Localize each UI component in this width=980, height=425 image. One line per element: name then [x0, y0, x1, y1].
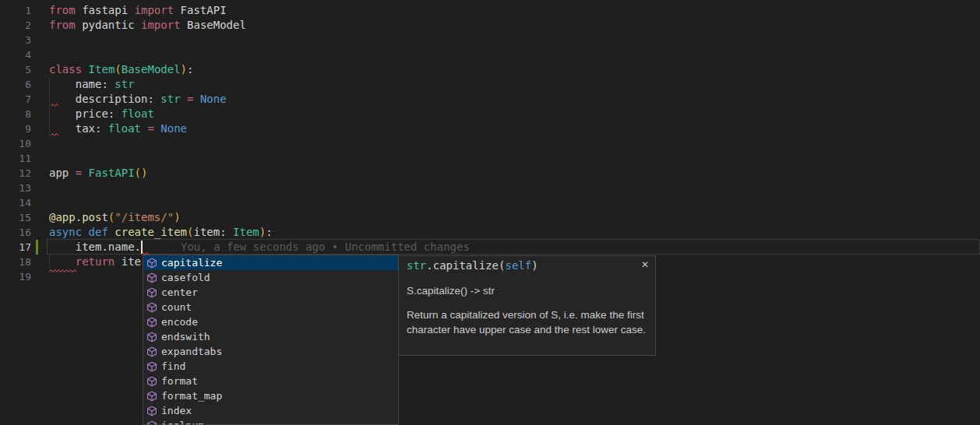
code-token: description: [49, 93, 160, 105]
method-icon [146, 302, 157, 313]
code-text [31, 137, 49, 149]
method-icon [146, 406, 157, 416]
code-token: name: [49, 78, 115, 90]
code-text [31, 48, 49, 61]
code-line[interactable]: 14 [0, 195, 980, 210]
suggestion-item[interactable]: format_map [143, 388, 398, 403]
line-number: 7 [0, 92, 31, 107]
suggestion-item[interactable]: endswith [143, 329, 398, 344]
code-token: return [76, 255, 115, 268]
code-line[interactable]: 3 [0, 33, 980, 47]
code-token: None [200, 93, 227, 105]
code-line[interactable]: 6 name: str [0, 77, 980, 92]
code-token: ( [115, 63, 121, 76]
code-token: "/items/" [115, 211, 174, 223]
code-line[interactable]: 13 [0, 181, 980, 195]
suggestion-label: format [161, 374, 198, 388]
suggestion-label: center [161, 285, 198, 300]
git-blame-annotation: You, a few seconds ago • Uncommitted cha… [181, 240, 470, 255]
code-text: from pydantic import BaseModel [31, 19, 246, 31]
method-icon [146, 346, 157, 357]
indent-guide [49, 255, 50, 269]
code-token: : [266, 226, 272, 238]
code-line[interactable]: 15@app.post("/items/") [0, 210, 980, 225]
line-number: 19 [0, 269, 31, 284]
autocomplete-dropdown: capitalize casefold center count encode … [143, 255, 399, 425]
suggestion-item[interactable]: casefold [143, 270, 398, 285]
suggestion-item[interactable]: count [143, 300, 398, 314]
line-number: 15 [0, 210, 31, 225]
code-token [82, 226, 88, 238]
code-token: str [115, 78, 134, 90]
code-token: Item [89, 63, 115, 76]
code-token: FastAPI [174, 4, 226, 16]
method-icon [146, 376, 157, 387]
code-token: ) [531, 259, 538, 272]
code-token: BaseModel [122, 63, 181, 76]
suggestion-item[interactable]: format [143, 374, 398, 388]
suggestion-item[interactable]: center [143, 285, 398, 300]
error-squiggle [51, 103, 58, 107]
gutter-modified-indicator [36, 240, 38, 255]
code-token: None [160, 122, 187, 135]
suggestion-label: endswith [161, 329, 210, 344]
code-text: item.name. [31, 241, 141, 253]
code-token: ) [181, 63, 187, 76]
code-line[interactable]: 11 [0, 151, 980, 166]
code-line[interactable]: 4 [0, 47, 980, 62]
code-line[interactable]: 7 description: str = None [0, 92, 980, 107]
code-line[interactable]: 10 [0, 136, 980, 151]
method-icon [146, 258, 157, 269]
code-line[interactable]: 16async def create_item(item: Item): [0, 225, 980, 240]
code-text: class Item(BaseModel): [31, 63, 193, 76]
suggestion-docs-panel: str.capitalize(self) ✕ S.capitalize() ->… [398, 255, 656, 356]
close-icon[interactable]: ✕ [641, 259, 649, 270]
code-editor[interactable]: { "editor": { "background": "#1f1f1f", "… [0, 0, 980, 425]
code-token: fastapi [76, 4, 135, 16]
suggestion-item[interactable]: capitalize [143, 255, 398, 270]
line-number: 2 [0, 18, 31, 33]
suggestion-item[interactable]: index [143, 403, 398, 418]
line-number: 9 [0, 121, 31, 136]
code-line[interactable]: 9 tax: float = None [0, 121, 980, 136]
code-token: float [108, 122, 141, 135]
suggestion-item[interactable]: find [143, 359, 398, 374]
suggestion-label: casefold [161, 270, 210, 285]
line-number: 8 [0, 107, 31, 121]
code-token [193, 93, 199, 105]
code-token: self [505, 259, 531, 272]
code-token [181, 93, 187, 105]
code-line[interactable]: 12app = FastAPI() [0, 166, 980, 181]
suggestion-label: capitalize [161, 255, 222, 270]
code-text: @app.post("/items/") [31, 211, 181, 223]
code-token: ) [259, 226, 266, 238]
method-icon [146, 317, 157, 328]
code-token: app [49, 167, 76, 179]
suggestion-item[interactable]: expandtabs [143, 344, 398, 359]
code-text [31, 270, 49, 283]
code-token: FastAPI [89, 167, 135, 179]
code-line[interactable]: 2from pydantic import BaseModel [0, 18, 980, 33]
suggestion-label: find [161, 359, 185, 374]
code-line[interactable]: 1from fastapi import FastAPI [0, 3, 980, 18]
code-line[interactable]: 5class Item(BaseModel): [0, 62, 980, 77]
line-number: 13 [0, 181, 31, 195]
method-icon [146, 272, 157, 283]
method-icon [146, 332, 157, 342]
code-token: ite [115, 255, 141, 268]
code-line[interactable]: 8 price: float [0, 107, 980, 121]
code-token: async [49, 226, 82, 238]
code-token: class [49, 63, 82, 76]
method-icon [146, 420, 157, 425]
code-token [82, 167, 88, 179]
line-number: 5 [0, 62, 31, 77]
docs-summary: S.capitalize() -> str [407, 283, 647, 298]
code-token: str [407, 259, 426, 272]
code-token: .capitalize( [426, 259, 505, 272]
code-text: return ite [31, 255, 141, 268]
code-token: from [49, 4, 76, 16]
code-area[interactable]: 1from fastapi import FastAPI2from pydant… [0, 3, 980, 284]
suggestion-item[interactable]: isalnum [143, 418, 398, 425]
suggestion-item[interactable]: encode [143, 314, 398, 329]
code-token: Item [233, 226, 259, 238]
